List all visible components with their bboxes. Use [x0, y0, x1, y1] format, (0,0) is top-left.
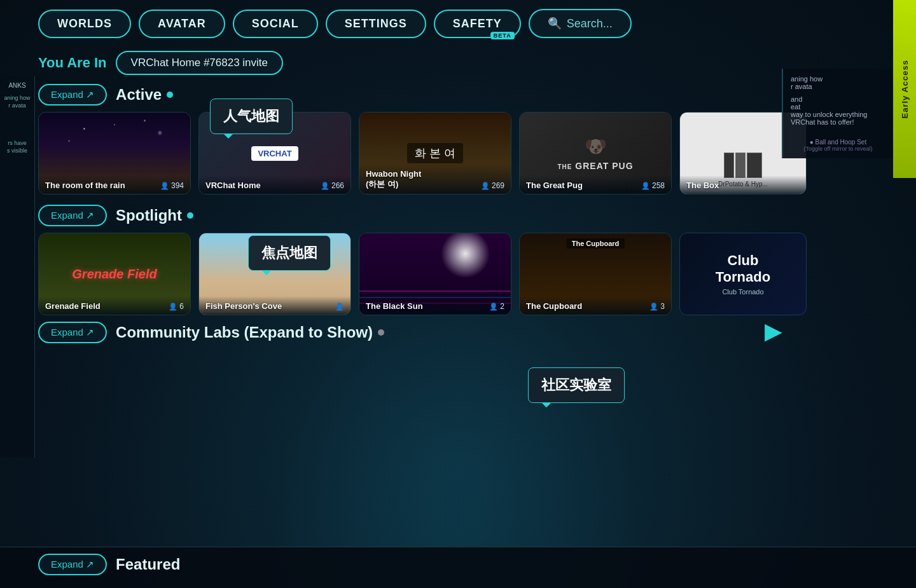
box-card-overlay: The Box [680, 175, 806, 194]
world-card-fish[interactable]: Fish Person's Cove 👤 [198, 233, 351, 315]
pug-card-name: The Great Pug [526, 181, 583, 190]
hwabon-card-name: Hwabon Night(하본 여) [366, 169, 421, 190]
search-icon: 🔍 [548, 17, 562, 31]
beta-badge: BETA [490, 32, 515, 39]
rain-card-name: The room of the rain [45, 181, 125, 190]
current-world-button[interactable]: VRChat Home #76823 invite [116, 51, 283, 75]
left-panel: ANKS aning howr avata rs haves visible [0, 76, 35, 458]
world-card-hwabon[interactable]: 화 본 여 Hwabon Night(하본 여) 👤269 [359, 112, 511, 195]
rain-card-users: 👤394 [160, 181, 184, 190]
cupboard-card-overlay: The Cupboard 👤3 [520, 296, 671, 315]
spotlight-section-header: Expand ↗ Spotlight [38, 205, 903, 226]
spotlight-section-title: Spotlight [116, 207, 193, 224]
grenade-text: Grenade Field [72, 267, 156, 282]
active-cards-row: The room of the rain 👤394 VRCHAT VRChat … [38, 112, 903, 195]
active-section: Expand ↗ Active The room of the rain 👤39… [0, 79, 916, 195]
side-panel-text4: eat [791, 103, 885, 111]
grenade-card-users: 👤6 [169, 302, 184, 311]
grenade-card-overlay: Grenade Field 👤6 [39, 296, 190, 315]
world-card-vrchat[interactable]: VRCHAT VRChat Home 👤266 [198, 112, 351, 195]
featured-section: Expand ↗ Featured [0, 547, 916, 588]
spotlight-cards-row: Grenade Field Grenade Field 👤6 Fish Pers… [38, 233, 903, 315]
vrchat-logo: VRCHAT [251, 146, 298, 161]
world-card-tornado[interactable]: ClubTornado Club Tornado [679, 233, 807, 315]
worlds-button[interactable]: WORLDS [38, 10, 131, 38]
box-block1 [724, 153, 734, 178]
right-arrow-button[interactable]: ▶ [765, 318, 782, 345]
you-are-in-label: You Are In [38, 55, 107, 71]
fish-card-users: 👤 [335, 303, 344, 311]
early-access-banner[interactable]: Early Access [893, 0, 916, 178]
active-section-title: Active [116, 86, 173, 104]
hwabon-card-overlay: Hwabon Night(하본 여) 👤269 [359, 164, 511, 194]
blacksun-card-overlay: The Black Sun 👤2 [359, 296, 511, 315]
you-are-in-bar: You Are In VRChat Home #76823 invite [0, 47, 916, 79]
box-block2 [735, 153, 746, 178]
world-card-pug[interactable]: 🐶 the GREAT PUG The Great Pug 👤258 [519, 112, 672, 195]
pug-icon: 🐶 [585, 136, 607, 157]
world-card-blacksun[interactable]: The Black Sun 👤2 [359, 233, 511, 315]
cupboard-card-users: 👤3 [649, 302, 665, 311]
blacksun-card-name: The Black Sun [366, 301, 423, 311]
tornado-title: ClubTornado [716, 252, 770, 286]
tornado-subtitle: Club Tornado [722, 288, 763, 296]
side-panel-text2: r avata [791, 83, 885, 90]
left-panel-text3: rs haves visible [3, 140, 32, 154]
avatar-button[interactable]: AVATAR [139, 10, 225, 38]
safety-button[interactable]: SAFETY BETA [434, 10, 521, 38]
left-panel-text2: aning howr avata [3, 95, 32, 109]
spotlight-section: Expand ↗ Spotlight Grenade Field Grenade… [0, 200, 916, 315]
blacksun-card-users: 👤2 [489, 302, 504, 311]
active-section-header: Expand ↗ Active [38, 84, 903, 106]
pug-card-overlay: The Great Pug 👤258 [520, 175, 671, 194]
box-block3 [747, 153, 762, 178]
active-dot [167, 92, 173, 98]
fish-card-overlay: Fish Person's Cove 👤 [199, 296, 350, 315]
hwabon-card-users: 👤269 [481, 181, 504, 190]
pug-text: the GREAT PUG [557, 161, 633, 171]
community-labs-title: Community Labs (Expand to Show) [116, 324, 384, 341]
right-side-panel: aning how r avata and eat way to unlock … [782, 69, 893, 158]
community-labs-expand-button[interactable]: Expand ↗ [38, 322, 107, 343]
settings-button[interactable]: SETTINGS [326, 10, 426, 38]
social-button[interactable]: SOCIAL [233, 10, 318, 38]
box-logo [724, 153, 762, 178]
fish-card-name: Fish Person's Cove [205, 301, 282, 311]
ball-hoop-label: ● Ball and Hoop Set [791, 139, 885, 146]
box-card-name: The Box [686, 181, 719, 190]
cupboard-card-name: The Cupboard [526, 301, 582, 311]
cupboard-sign: The Cupboard [567, 238, 625, 249]
world-card-cupboard[interactable]: The Cupboard The Cupboard 👤3 [519, 233, 672, 315]
vrchat-card-name: VRChat Home [205, 181, 261, 190]
world-card-grenade[interactable]: Grenade Field Grenade Field 👤6 [38, 233, 191, 315]
main-container: WORLDS AVATAR SOCIAL SETTINGS SAFETY BET… [0, 0, 916, 588]
grenade-card-name: Grenade Field [45, 301, 101, 311]
featured-expand-button[interactable]: Expand ↗ [38, 554, 107, 575]
side-panel-text1: aning how [791, 75, 885, 83]
spotlight-expand-button[interactable]: Expand ↗ [38, 205, 107, 226]
active-expand-button[interactable]: Expand ↗ [38, 84, 107, 106]
side-panel-text5: way to unlock everything [791, 111, 885, 118]
community-labs-dot [378, 329, 384, 336]
featured-section-title: Featured [116, 556, 180, 573]
search-button[interactable]: 🔍 Search... [529, 9, 632, 38]
box-blocks [724, 153, 762, 178]
spotlight-dot [187, 212, 193, 219]
side-panel-text3: and [791, 95, 885, 103]
pug-card-users: 👤258 [641, 181, 665, 190]
featured-section-header: Expand ↗ Featured [38, 554, 903, 575]
vrchat-card-users: 👤266 [321, 181, 344, 190]
early-access-label: Early Access [900, 60, 910, 118]
rain-card-overlay: The room of the rain 👤394 [39, 175, 190, 194]
world-card-rain[interactable]: The room of the rain 👤394 [38, 112, 191, 195]
side-panel-text6: VRChat has to offer! [791, 118, 885, 126]
left-panel-text: ANKS [3, 81, 32, 90]
ball-hoop-sub: (Toggle off mirror to reveal) [791, 146, 885, 152]
vrchat-card-overlay: VRChat Home 👤266 [199, 175, 350, 194]
navbar: WORLDS AVATAR SOCIAL SETTINGS SAFETY BET… [0, 0, 916, 47]
user-icon: 👤 [160, 182, 169, 190]
korean-sign: 화 본 여 [407, 143, 463, 163]
